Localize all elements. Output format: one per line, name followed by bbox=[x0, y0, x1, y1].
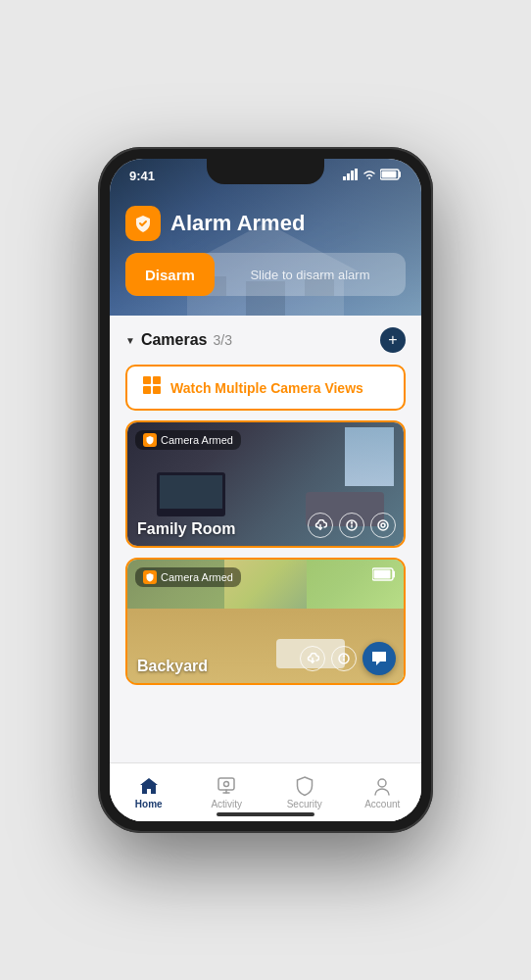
main-content: ▼ Cameras 3/3 + Watch Multiple Camera Vi… bbox=[110, 316, 421, 821]
settings-button[interactable] bbox=[370, 513, 396, 538]
nav-home-label: Home bbox=[135, 799, 163, 809]
camera-armed-badge-backyard: Camera Armed bbox=[135, 567, 241, 587]
nav-home[interactable]: Home bbox=[110, 771, 188, 813]
svg-point-26 bbox=[344, 656, 345, 657]
cloud-upload-button[interactable] bbox=[308, 513, 333, 538]
grid-view-icon bbox=[143, 376, 161, 394]
svg-rect-14 bbox=[153, 386, 161, 394]
nav-security[interactable]: Security bbox=[266, 771, 344, 813]
watch-multi-label: Watch Multiple Camera Views bbox=[170, 380, 363, 396]
nav-activity[interactable]: Activity bbox=[188, 771, 266, 813]
shield-check-icon bbox=[133, 214, 153, 233]
cameras-section-header: ▼ Cameras 3/3 + bbox=[110, 316, 421, 361]
disarm-button[interactable]: Disarm bbox=[125, 253, 215, 296]
battery-indicator bbox=[372, 567, 396, 585]
wifi-icon bbox=[362, 169, 376, 180]
security-icon bbox=[294, 775, 315, 797]
svg-point-20 bbox=[381, 523, 385, 527]
account-icon bbox=[371, 775, 393, 797]
svg-line-23 bbox=[313, 662, 314, 663]
nav-security-label: Security bbox=[287, 799, 322, 809]
add-camera-button[interactable]: + bbox=[380, 327, 406, 353]
svg-rect-12 bbox=[153, 376, 161, 384]
camera-name-family-room: Family Room bbox=[137, 520, 235, 538]
grid-icon bbox=[143, 376, 161, 399]
camera-card-backyard[interactable]: Camera Armed Backyard bbox=[125, 558, 406, 685]
svg-point-19 bbox=[378, 520, 388, 530]
home-icon bbox=[138, 775, 160, 797]
armed-shield-icon bbox=[143, 433, 157, 447]
camera-status-text: Camera Armed bbox=[161, 434, 233, 446]
camera-status-text-backyard: Camera Armed bbox=[161, 571, 233, 583]
svg-rect-11 bbox=[143, 376, 151, 384]
battery-full-icon bbox=[372, 567, 396, 581]
svg-line-15 bbox=[320, 528, 322, 530]
activity-icon bbox=[216, 775, 237, 797]
chat-icon bbox=[370, 650, 388, 667]
phone-screen: 9:41 bbox=[110, 159, 421, 821]
info-icon bbox=[346, 519, 358, 531]
gear-icon bbox=[377, 519, 389, 531]
chevron-down-icon: ▼ bbox=[125, 335, 135, 346]
alarm-title: Alarm Armed bbox=[170, 211, 305, 236]
shield-icon-small bbox=[145, 435, 155, 445]
phone-frame: 9:41 bbox=[98, 147, 433, 833]
slide-text: Slide to disarm alarm bbox=[215, 268, 406, 282]
camera-actions bbox=[308, 513, 396, 538]
hero-content: Alarm Armed Disarm Slide to disarm alarm bbox=[110, 206, 421, 296]
alarm-header: Alarm Armed bbox=[125, 206, 406, 241]
cloud-icon-2 bbox=[306, 653, 319, 664]
svg-rect-13 bbox=[143, 386, 151, 394]
armed-shield-icon-backyard bbox=[143, 570, 157, 584]
signal-icon bbox=[343, 169, 359, 180]
camera-card-family-room[interactable]: Camera Armed Family Room bbox=[125, 420, 406, 548]
camera-actions-backyard bbox=[300, 642, 396, 675]
info-button-backyard[interactable] bbox=[331, 646, 357, 671]
nav-account[interactable]: Account bbox=[344, 771, 422, 813]
cloud-upload-button-backyard[interactable] bbox=[300, 646, 325, 671]
camera-name-backyard: Backyard bbox=[137, 658, 208, 675]
svg-rect-5 bbox=[343, 176, 346, 180]
info-button[interactable] bbox=[339, 513, 364, 538]
cameras-section-title: Cameras bbox=[141, 331, 208, 349]
camera-overlay: Camera Armed Family Room bbox=[127, 422, 404, 546]
cloud-icon bbox=[314, 519, 327, 531]
watch-multiple-cameras-button[interactable]: Watch Multiple Camera Views bbox=[125, 365, 406, 411]
svg-rect-8 bbox=[355, 169, 358, 180]
svg-rect-7 bbox=[351, 171, 354, 180]
camera-overlay-backyard: Camera Armed Backyard bbox=[127, 560, 404, 683]
chat-button[interactable] bbox=[362, 642, 396, 675]
nav-account-label: Account bbox=[364, 799, 400, 809]
info-icon-2 bbox=[338, 653, 350, 664]
camera-armed-badge: Camera Armed bbox=[135, 430, 241, 450]
notch bbox=[207, 159, 324, 184]
svg-rect-10 bbox=[382, 172, 397, 178]
alarm-shield-icon bbox=[125, 206, 161, 241]
svg-point-28 bbox=[224, 782, 229, 787]
svg-rect-22 bbox=[374, 570, 391, 579]
svg-rect-6 bbox=[347, 173, 350, 180]
shield-icon-small-2 bbox=[145, 572, 155, 582]
status-icons bbox=[343, 169, 402, 180]
svg-point-31 bbox=[378, 779, 386, 787]
svg-point-18 bbox=[352, 522, 353, 523]
cameras-count: 3/3 bbox=[214, 332, 232, 348]
battery-status-icon bbox=[380, 169, 402, 180]
nav-activity-label: Activity bbox=[211, 799, 242, 809]
disarm-container: Disarm Slide to disarm alarm bbox=[125, 253, 406, 296]
section-title-row: ▼ Cameras 3/3 bbox=[125, 331, 232, 349]
home-indicator bbox=[217, 812, 314, 816]
svg-rect-27 bbox=[218, 778, 234, 790]
status-time: 9:41 bbox=[129, 169, 155, 183]
